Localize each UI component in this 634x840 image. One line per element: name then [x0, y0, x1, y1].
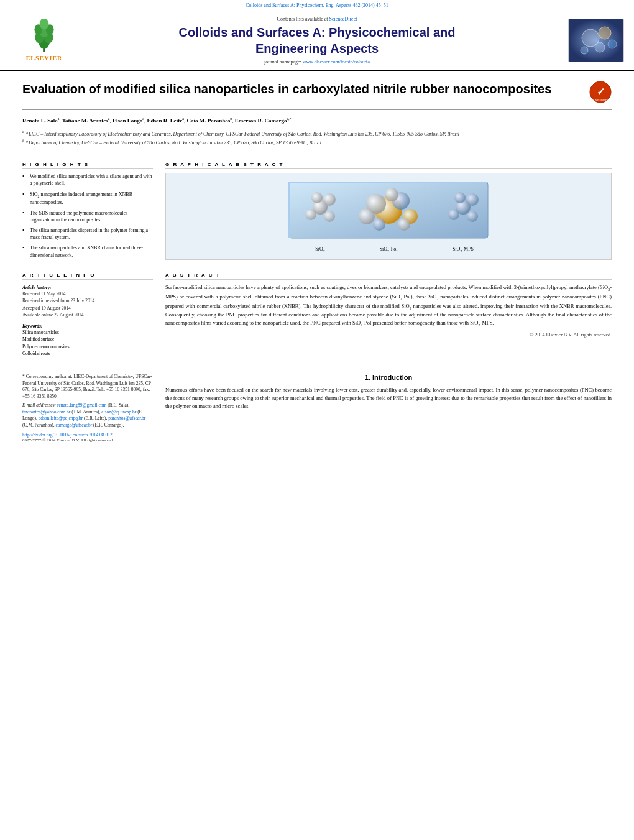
journal-reference: Colloids and Surfaces A: Physicochem. En… — [246, 2, 388, 8]
svg-point-32 — [324, 211, 335, 222]
highlights-list: We modified silica nanoparticles with a … — [22, 173, 153, 259]
keyword-1: Silica nanoparticles — [22, 329, 153, 336]
keywords-title: Keywords: — [22, 323, 153, 329]
svg-point-37 — [467, 211, 478, 222]
svg-point-27 — [398, 218, 410, 231]
authors: Renata L. Salaa, Tatiane M. Arantesa, El… — [22, 116, 612, 126]
copyright-notice: © 2014 Elsevier B.V. All rights reserved… — [165, 332, 612, 338]
intro-heading: 1. Introduction — [165, 374, 612, 381]
cover-image-svg — [569, 19, 623, 62]
email-paranhos[interactable]: paranhos@ufscar.br — [108, 415, 145, 421]
graphical-abstract-image: SiO2 SiO2-Pol SiO2-MPS — [165, 173, 612, 260]
info-abstract-row: A R T I C L E I N F O Article history: R… — [22, 272, 612, 357]
received-date: Received 11 May 2014 — [22, 290, 153, 297]
svg-point-12 — [581, 47, 588, 54]
intro-text: Numerous efforts have been focused on th… — [165, 386, 612, 410]
email-camargo[interactable]: camargo@ufscar.br — [56, 422, 93, 428]
svg-point-26 — [373, 218, 385, 231]
bottom-section: * Corresponding author at: LIEC-Departme… — [22, 374, 612, 443]
keyword-2: Modified surface — [22, 336, 153, 343]
sciencedirect-link[interactable]: ScienceDirect — [329, 16, 357, 22]
graphical-abstract-column: G R A P H I C A L A B S T R A C T — [165, 162, 612, 264]
article-title-section: Evaluation of modified silica nanopartic… — [22, 81, 612, 110]
received-revised-date: Received in revised form 23 July 2014 — [22, 297, 153, 304]
article-info-heading: A R T I C L E I N F O — [22, 272, 153, 280]
affiliations-section: a ᵃ LIEC – Interdisciplinary Laboratory … — [22, 129, 612, 155]
logo-left: ELSEVIER — [10, 19, 78, 62]
footnotes-column: * Corresponding author at: LIEC-Departme… — [22, 374, 153, 443]
keywords-section: Keywords: Silica nanoparticles Modified … — [22, 323, 153, 357]
highlights-column: H I G H L I G H T S We modified silica n… — [22, 162, 153, 264]
journal-header: ELSEVIER Contents lists available at Sci… — [0, 11, 634, 71]
affiliation-a: a ᵃ LIEC – Interdisciplinary Laboratory … — [22, 129, 612, 137]
svg-point-25 — [385, 188, 398, 201]
highlight-item-4: The silica nanoparticles dispersed in th… — [22, 227, 153, 241]
svg-point-29 — [311, 192, 323, 203]
svg-text:SiO2-MPS: SiO2-MPS — [453, 246, 474, 253]
svg-point-30 — [323, 193, 336, 206]
main-content: Evaluation of modified silica nanopartic… — [0, 71, 634, 453]
elsevier-brand: ELSEVIER — [26, 55, 63, 62]
abstract-heading: A B S T R A C T — [165, 272, 612, 280]
history-title: Article history: — [22, 285, 153, 290]
doi-link[interactable]: http://dx.doi.org/10.1016/j.colsurfa.201… — [22, 432, 153, 438]
contents-line: Contents lists available at ScienceDirec… — [78, 16, 556, 22]
page: Colloids and Surfaces A: Physicochem. En… — [0, 0, 634, 840]
highlights-graphical-row: H I G H L I G H T S We modified silica n… — [22, 162, 612, 264]
journal-homepage: journal homepage: www.elsevier.com/locat… — [78, 59, 556, 65]
author-names: Renata L. Salaa, Tatiane M. Arantesa, El… — [22, 118, 292, 124]
svg-point-31 — [305, 209, 316, 220]
corresponding-author-note: * Corresponding author at: LIEC-Departme… — [22, 374, 153, 400]
svg-point-34 — [454, 192, 466, 203]
graphical-abstract-heading: G R A P H I C A L A B S T R A C T — [165, 162, 612, 169]
svg-point-13 — [608, 40, 617, 48]
accepted-date: Accepted 19 August 2014 — [22, 305, 153, 312]
svg-point-11 — [595, 42, 605, 52]
section-divider — [22, 366, 612, 366]
article-history: Article history: Received 11 May 2014 Re… — [22, 285, 153, 318]
svg-text:SiO2-Pol: SiO2-Pol — [380, 246, 398, 253]
logo-right — [556, 19, 624, 62]
svg-point-10 — [599, 27, 611, 39]
journal-center: Contents lists available at ScienceDirec… — [78, 16, 556, 65]
introduction-column: 1. Introduction Numerous efforts have be… — [165, 374, 612, 443]
email-links[interactable]: renata.lang89@gmail.com — [57, 402, 108, 408]
article-info-column: A R T I C L E I N F O Article history: R… — [22, 272, 153, 357]
affiliation-b: b ᵇ Department of Chemistry, UFSCar – Fe… — [22, 138, 612, 146]
crossmark-icon: ✓ CrossMark — [589, 81, 612, 103]
keyword-3: Polymer nanocomposites — [22, 343, 153, 350]
journal-reference-bar: Colloids and Surfaces A: Physicochem. En… — [0, 0, 634, 11]
highlights-heading: H I G H L I G H T S — [22, 162, 153, 169]
email-longo[interactable]: elson@iq.unesp.br — [101, 409, 136, 415]
email-addresses-note: E-mail addresses: renata.lang89@gmail.co… — [22, 402, 153, 428]
email-arantes[interactable]: tmarantes@yahoo.com.br — [22, 409, 70, 415]
svg-point-36 — [448, 209, 459, 220]
journal-cover-image — [568, 19, 624, 62]
svg-text:SiO2: SiO2 — [315, 246, 324, 253]
homepage-link[interactable]: www.elsevier.com/locate/colsurfa — [303, 59, 370, 65]
issn-text: 0927-7757/© 2014 Elsevier B.V. All right… — [22, 438, 153, 443]
keyword-4: Colloidal route — [22, 350, 153, 357]
article-title: Evaluation of modified silica nanopartic… — [22, 81, 583, 97]
elsevier-logo: ELSEVIER — [25, 19, 63, 62]
svg-point-23 — [359, 208, 375, 224]
highlight-item-5: The silica nanoparticles and XNBR chains… — [22, 244, 153, 258]
svg-text:✓: ✓ — [597, 86, 605, 97]
highlight-item-3: The SDS induced the polymeric macromolec… — [22, 210, 153, 223]
svg-point-35 — [466, 193, 479, 206]
abstract-column: A B S T R A C T Surface-modified silica … — [165, 272, 612, 357]
svg-text:CrossMark: CrossMark — [593, 98, 609, 102]
graphical-abstract-svg: SiO2 SiO2-Pol SiO2-MPS — [258, 176, 519, 257]
crossmark-svg: ✓ CrossMark — [589, 81, 612, 103]
highlight-item-2: SiO2 nanoparticles induced arrangements … — [22, 191, 153, 206]
journal-title: Colloids and Surfaces A: Physicochemical… — [78, 24, 556, 57]
abstract-text: Surface-modified silica nanoparticles ha… — [165, 284, 612, 328]
available-online-date: Available online 27 August 2014 — [22, 312, 153, 318]
highlight-item-1: We modified silica nanoparticles with a … — [22, 173, 153, 187]
email-leite[interactable]: edson.leite@pq.cnpq.br — [39, 415, 83, 421]
elsevier-tree-icon — [25, 19, 63, 53]
